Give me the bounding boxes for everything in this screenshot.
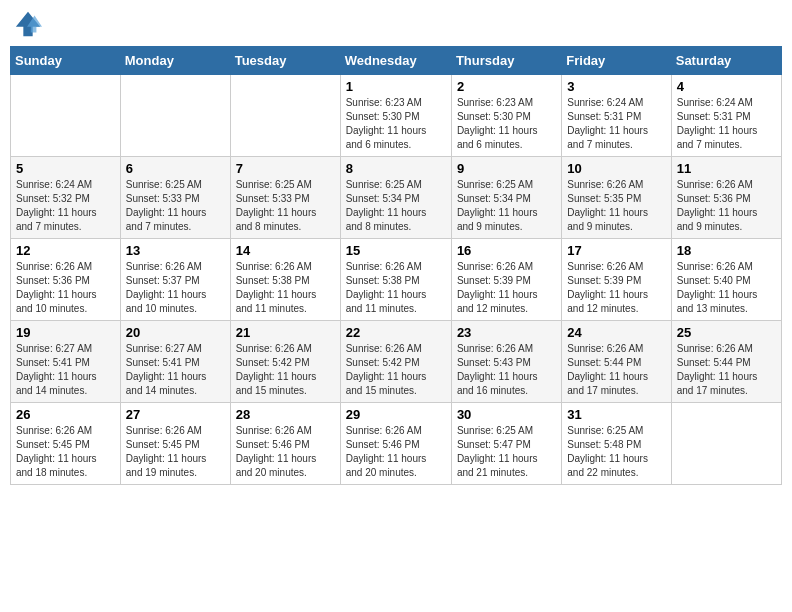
- calendar-cell: [671, 403, 781, 485]
- page-header: [10, 10, 782, 38]
- cell-info: Sunrise: 6:25 AM Sunset: 5:34 PM Dayligh…: [457, 178, 556, 234]
- cell-info: Sunrise: 6:26 AM Sunset: 5:38 PM Dayligh…: [346, 260, 446, 316]
- cell-info: Sunrise: 6:26 AM Sunset: 5:36 PM Dayligh…: [677, 178, 776, 234]
- calendar-cell: 28Sunrise: 6:26 AM Sunset: 5:46 PM Dayli…: [230, 403, 340, 485]
- day-number: 27: [126, 407, 225, 422]
- calendar-cell: 14Sunrise: 6:26 AM Sunset: 5:38 PM Dayli…: [230, 239, 340, 321]
- cell-info: Sunrise: 6:25 AM Sunset: 5:33 PM Dayligh…: [236, 178, 335, 234]
- calendar-cell: 6Sunrise: 6:25 AM Sunset: 5:33 PM Daylig…: [120, 157, 230, 239]
- cell-info: Sunrise: 6:26 AM Sunset: 5:46 PM Dayligh…: [236, 424, 335, 480]
- calendar-cell: 18Sunrise: 6:26 AM Sunset: 5:40 PM Dayli…: [671, 239, 781, 321]
- calendar-cell: 25Sunrise: 6:26 AM Sunset: 5:44 PM Dayli…: [671, 321, 781, 403]
- calendar-cell: [120, 75, 230, 157]
- logo: [14, 10, 44, 38]
- day-number: 29: [346, 407, 446, 422]
- calendar-week-3: 12Sunrise: 6:26 AM Sunset: 5:36 PM Dayli…: [11, 239, 782, 321]
- calendar-cell: 2Sunrise: 6:23 AM Sunset: 5:30 PM Daylig…: [451, 75, 561, 157]
- calendar-header-saturday: Saturday: [671, 47, 781, 75]
- day-number: 18: [677, 243, 776, 258]
- calendar-cell: 17Sunrise: 6:26 AM Sunset: 5:39 PM Dayli…: [562, 239, 671, 321]
- calendar-cell: 13Sunrise: 6:26 AM Sunset: 5:37 PM Dayli…: [120, 239, 230, 321]
- day-number: 25: [677, 325, 776, 340]
- day-number: 30: [457, 407, 556, 422]
- day-number: 20: [126, 325, 225, 340]
- day-number: 11: [677, 161, 776, 176]
- cell-info: Sunrise: 6:26 AM Sunset: 5:40 PM Dayligh…: [677, 260, 776, 316]
- calendar-cell: 9Sunrise: 6:25 AM Sunset: 5:34 PM Daylig…: [451, 157, 561, 239]
- calendar-header-thursday: Thursday: [451, 47, 561, 75]
- day-number: 17: [567, 243, 665, 258]
- cell-info: Sunrise: 6:25 AM Sunset: 5:34 PM Dayligh…: [346, 178, 446, 234]
- calendar-cell: 15Sunrise: 6:26 AM Sunset: 5:38 PM Dayli…: [340, 239, 451, 321]
- day-number: 14: [236, 243, 335, 258]
- calendar-cell: 7Sunrise: 6:25 AM Sunset: 5:33 PM Daylig…: [230, 157, 340, 239]
- day-number: 24: [567, 325, 665, 340]
- calendar-week-1: 1Sunrise: 6:23 AM Sunset: 5:30 PM Daylig…: [11, 75, 782, 157]
- calendar-cell: 27Sunrise: 6:26 AM Sunset: 5:45 PM Dayli…: [120, 403, 230, 485]
- day-number: 1: [346, 79, 446, 94]
- calendar-cell: 19Sunrise: 6:27 AM Sunset: 5:41 PM Dayli…: [11, 321, 121, 403]
- calendar-cell: 16Sunrise: 6:26 AM Sunset: 5:39 PM Dayli…: [451, 239, 561, 321]
- day-number: 10: [567, 161, 665, 176]
- calendar-cell: 29Sunrise: 6:26 AM Sunset: 5:46 PM Dayli…: [340, 403, 451, 485]
- cell-info: Sunrise: 6:26 AM Sunset: 5:42 PM Dayligh…: [346, 342, 446, 398]
- calendar-header-row: SundayMondayTuesdayWednesdayThursdayFrid…: [11, 47, 782, 75]
- day-number: 22: [346, 325, 446, 340]
- logo-icon: [14, 10, 42, 38]
- calendar-header-monday: Monday: [120, 47, 230, 75]
- calendar-cell: [11, 75, 121, 157]
- day-number: 8: [346, 161, 446, 176]
- cell-info: Sunrise: 6:27 AM Sunset: 5:41 PM Dayligh…: [126, 342, 225, 398]
- day-number: 3: [567, 79, 665, 94]
- cell-info: Sunrise: 6:24 AM Sunset: 5:31 PM Dayligh…: [677, 96, 776, 152]
- cell-info: Sunrise: 6:24 AM Sunset: 5:31 PM Dayligh…: [567, 96, 665, 152]
- day-number: 5: [16, 161, 115, 176]
- calendar-cell: 5Sunrise: 6:24 AM Sunset: 5:32 PM Daylig…: [11, 157, 121, 239]
- day-number: 31: [567, 407, 665, 422]
- calendar-cell: 26Sunrise: 6:26 AM Sunset: 5:45 PM Dayli…: [11, 403, 121, 485]
- cell-info: Sunrise: 6:25 AM Sunset: 5:48 PM Dayligh…: [567, 424, 665, 480]
- calendar-week-2: 5Sunrise: 6:24 AM Sunset: 5:32 PM Daylig…: [11, 157, 782, 239]
- day-number: 7: [236, 161, 335, 176]
- cell-info: Sunrise: 6:26 AM Sunset: 5:45 PM Dayligh…: [16, 424, 115, 480]
- calendar-cell: 24Sunrise: 6:26 AM Sunset: 5:44 PM Dayli…: [562, 321, 671, 403]
- cell-info: Sunrise: 6:26 AM Sunset: 5:44 PM Dayligh…: [677, 342, 776, 398]
- calendar-week-4: 19Sunrise: 6:27 AM Sunset: 5:41 PM Dayli…: [11, 321, 782, 403]
- day-number: 2: [457, 79, 556, 94]
- calendar-week-5: 26Sunrise: 6:26 AM Sunset: 5:45 PM Dayli…: [11, 403, 782, 485]
- calendar-cell: 31Sunrise: 6:25 AM Sunset: 5:48 PM Dayli…: [562, 403, 671, 485]
- day-number: 6: [126, 161, 225, 176]
- day-number: 15: [346, 243, 446, 258]
- calendar-cell: 4Sunrise: 6:24 AM Sunset: 5:31 PM Daylig…: [671, 75, 781, 157]
- cell-info: Sunrise: 6:24 AM Sunset: 5:32 PM Dayligh…: [16, 178, 115, 234]
- cell-info: Sunrise: 6:26 AM Sunset: 5:42 PM Dayligh…: [236, 342, 335, 398]
- calendar-cell: 22Sunrise: 6:26 AM Sunset: 5:42 PM Dayli…: [340, 321, 451, 403]
- day-number: 13: [126, 243, 225, 258]
- cell-info: Sunrise: 6:26 AM Sunset: 5:39 PM Dayligh…: [457, 260, 556, 316]
- cell-info: Sunrise: 6:27 AM Sunset: 5:41 PM Dayligh…: [16, 342, 115, 398]
- calendar-cell: 1Sunrise: 6:23 AM Sunset: 5:30 PM Daylig…: [340, 75, 451, 157]
- cell-info: Sunrise: 6:23 AM Sunset: 5:30 PM Dayligh…: [457, 96, 556, 152]
- cell-info: Sunrise: 6:26 AM Sunset: 5:39 PM Dayligh…: [567, 260, 665, 316]
- calendar-cell: 20Sunrise: 6:27 AM Sunset: 5:41 PM Dayli…: [120, 321, 230, 403]
- calendar-header-friday: Friday: [562, 47, 671, 75]
- day-number: 16: [457, 243, 556, 258]
- calendar-table: SundayMondayTuesdayWednesdayThursdayFrid…: [10, 46, 782, 485]
- calendar-cell: 21Sunrise: 6:26 AM Sunset: 5:42 PM Dayli…: [230, 321, 340, 403]
- day-number: 9: [457, 161, 556, 176]
- calendar-cell: 10Sunrise: 6:26 AM Sunset: 5:35 PM Dayli…: [562, 157, 671, 239]
- cell-info: Sunrise: 6:26 AM Sunset: 5:37 PM Dayligh…: [126, 260, 225, 316]
- cell-info: Sunrise: 6:26 AM Sunset: 5:45 PM Dayligh…: [126, 424, 225, 480]
- calendar-cell: 11Sunrise: 6:26 AM Sunset: 5:36 PM Dayli…: [671, 157, 781, 239]
- cell-info: Sunrise: 6:26 AM Sunset: 5:43 PM Dayligh…: [457, 342, 556, 398]
- day-number: 21: [236, 325, 335, 340]
- calendar-header-wednesday: Wednesday: [340, 47, 451, 75]
- cell-info: Sunrise: 6:23 AM Sunset: 5:30 PM Dayligh…: [346, 96, 446, 152]
- cell-info: Sunrise: 6:25 AM Sunset: 5:47 PM Dayligh…: [457, 424, 556, 480]
- cell-info: Sunrise: 6:26 AM Sunset: 5:38 PM Dayligh…: [236, 260, 335, 316]
- cell-info: Sunrise: 6:26 AM Sunset: 5:44 PM Dayligh…: [567, 342, 665, 398]
- cell-info: Sunrise: 6:26 AM Sunset: 5:36 PM Dayligh…: [16, 260, 115, 316]
- calendar-cell: 30Sunrise: 6:25 AM Sunset: 5:47 PM Dayli…: [451, 403, 561, 485]
- calendar-cell: [230, 75, 340, 157]
- cell-info: Sunrise: 6:26 AM Sunset: 5:35 PM Dayligh…: [567, 178, 665, 234]
